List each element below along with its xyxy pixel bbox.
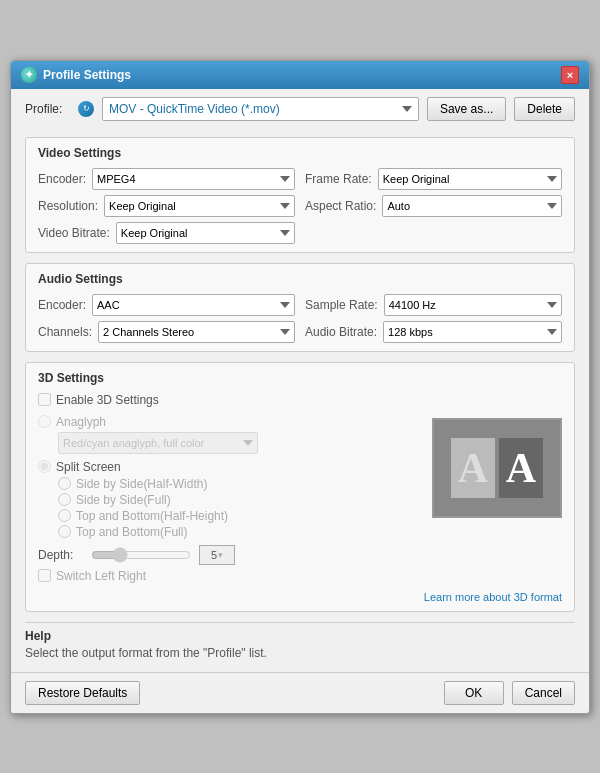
footer-right: OK Cancel xyxy=(444,681,575,705)
ok-button[interactable]: OK xyxy=(444,681,504,705)
video-settings-section: Video Settings Encoder: MPEG4 Frame Rate… xyxy=(25,137,575,253)
sample-rate-label: Sample Rate: xyxy=(305,298,378,312)
audio-bitrate-row: Audio Bitrate: 128 kbps xyxy=(305,321,562,343)
3d-preview: A A xyxy=(432,418,562,518)
enable-3d-row: Enable 3D Settings xyxy=(38,393,562,407)
resolution-label: Resolution: xyxy=(38,199,98,213)
anaglyph-radio[interactable] xyxy=(38,415,51,428)
audio-bitrate-label: Audio Bitrate: xyxy=(305,325,377,339)
split-screen-label: Split Screen xyxy=(56,460,121,474)
audio-settings-section: Audio Settings Encoder: AAC Sample Rate:… xyxy=(25,263,575,352)
frame-rate-row: Frame Rate: Keep Original xyxy=(305,168,562,190)
top-bottom-full-label: Top and Bottom(Full) xyxy=(76,525,187,539)
side-by-side-half-radio[interactable] xyxy=(58,477,71,490)
settings-3d-section: 3D Settings A A Enable 3D Settings xyxy=(25,362,575,612)
channels-select[interactable]: 2 Channels Stereo xyxy=(98,321,295,343)
dialog-content: Profile: ↻ MOV - QuickTime Video (*.mov)… xyxy=(11,89,589,672)
profile-select[interactable]: MOV - QuickTime Video (*.mov) xyxy=(102,97,419,121)
side-by-side-full-label: Side by Side(Full) xyxy=(76,493,171,507)
sample-rate-select[interactable]: 44100 Hz xyxy=(384,294,562,316)
preview-letter-a1: A xyxy=(451,438,495,498)
profile-label: Profile: xyxy=(25,102,70,116)
window-title: Profile Settings xyxy=(43,68,131,82)
app-icon: ✦ xyxy=(21,67,37,83)
video-settings-grid: Encoder: MPEG4 Frame Rate: Keep Original… xyxy=(38,168,562,244)
top-bottom-full-radio[interactable] xyxy=(58,525,71,538)
side-by-side-full-radio[interactable] xyxy=(58,493,71,506)
learn-more-link[interactable]: Learn more about 3D format xyxy=(38,591,562,603)
help-text: Select the output format from the "Profi… xyxy=(25,646,575,660)
side-by-side-half-label: Side by Side(Half-Width) xyxy=(76,477,207,491)
encoder-select[interactable]: MPEG4 xyxy=(92,168,295,190)
settings-3d-title: 3D Settings xyxy=(38,371,562,385)
audio-encoder-select[interactable]: AAC xyxy=(92,294,295,316)
top-bottom-full-row: Top and Bottom(Full) xyxy=(58,525,562,539)
audio-encoder-label: Encoder: xyxy=(38,298,86,312)
anaglyph-label: Anaglyph xyxy=(56,415,106,429)
audio-settings-grid: Encoder: AAC Sample Rate: 44100 Hz Chann… xyxy=(38,294,562,343)
encoder-label: Encoder: xyxy=(38,172,86,186)
top-bottom-half-label: Top and Bottom(Half-Height) xyxy=(76,509,228,523)
profile-icon: ↻ xyxy=(78,101,94,117)
enable-3d-checkbox[interactable] xyxy=(38,393,51,406)
close-button[interactable]: × xyxy=(561,66,579,84)
frame-rate-select[interactable]: Keep Original xyxy=(378,168,562,190)
dialog-footer: Restore Defaults OK Cancel xyxy=(11,672,589,713)
top-bottom-half-radio[interactable] xyxy=(58,509,71,522)
dialog-window: ✦ Profile Settings × Profile: ↻ MOV - Qu… xyxy=(10,60,590,714)
video-bitrate-row: Video Bitrate: Keep Original xyxy=(38,222,295,244)
depth-slider[interactable] xyxy=(91,547,191,563)
preview-letter-a2: A xyxy=(499,438,543,498)
switch-label: Switch Left Right xyxy=(56,569,146,583)
sample-rate-row: Sample Rate: 44100 Hz xyxy=(305,294,562,316)
channels-row: Channels: 2 Channels Stereo xyxy=(38,321,295,343)
aspect-ratio-row: Aspect Ratio: Auto xyxy=(305,195,562,217)
enable-3d-label: Enable 3D Settings xyxy=(56,393,159,407)
audio-bitrate-select[interactable]: 128 kbps xyxy=(383,321,562,343)
restore-defaults-button[interactable]: Restore Defaults xyxy=(25,681,140,705)
depth-row: Depth: 5 ▾ xyxy=(38,545,562,565)
switch-row: Switch Left Right xyxy=(38,569,562,583)
depth-value: 5 ▾ xyxy=(199,545,235,565)
anaglyph-type-select[interactable]: Red/cyan anaglyph, full color xyxy=(58,432,258,454)
encoder-row: Encoder: MPEG4 xyxy=(38,168,295,190)
split-screen-radio[interactable] xyxy=(38,460,51,473)
audio-encoder-row: Encoder: AAC xyxy=(38,294,295,316)
cancel-button[interactable]: Cancel xyxy=(512,681,575,705)
frame-rate-label: Frame Rate: xyxy=(305,172,372,186)
title-bar-left: ✦ Profile Settings xyxy=(21,67,131,83)
save-as-button[interactable]: Save as... xyxy=(427,97,506,121)
aspect-ratio-select[interactable]: Auto xyxy=(382,195,562,217)
video-settings-title: Video Settings xyxy=(38,146,562,160)
depth-label: Depth: xyxy=(38,548,83,562)
switch-checkbox[interactable] xyxy=(38,569,51,582)
preview-letters: A A xyxy=(451,438,543,498)
resolution-row: Resolution: Keep Original xyxy=(38,195,295,217)
help-section: Help Select the output format from the "… xyxy=(25,622,575,660)
video-bitrate-select[interactable]: Keep Original xyxy=(116,222,295,244)
title-bar: ✦ Profile Settings × xyxy=(11,61,589,89)
channels-label: Channels: xyxy=(38,325,92,339)
audio-settings-title: Audio Settings xyxy=(38,272,562,286)
delete-button[interactable]: Delete xyxy=(514,97,575,121)
profile-row: Profile: ↻ MOV - QuickTime Video (*.mov)… xyxy=(25,97,575,127)
video-bitrate-label: Video Bitrate: xyxy=(38,226,110,240)
aspect-ratio-label: Aspect Ratio: xyxy=(305,199,376,213)
resolution-select[interactable]: Keep Original xyxy=(104,195,295,217)
help-title: Help xyxy=(25,629,575,643)
